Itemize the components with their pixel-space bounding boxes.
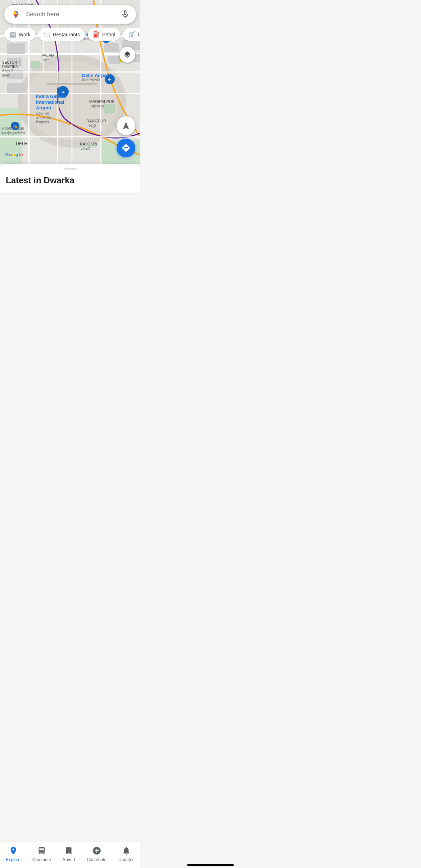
svg-text:✈: ✈ [61, 90, 65, 95]
my-location-button[interactable] [117, 116, 135, 135]
chip-work-label: Work [19, 32, 30, 37]
directions-icon [121, 143, 131, 153]
svg-rect-29 [47, 83, 97, 85]
search-input[interactable]: Search here [26, 11, 117, 18]
google-maps-logo-icon [10, 9, 22, 20]
svg-rect-19 [108, 56, 121, 64]
chip-groceries[interactable]: 🛒 Groceries [123, 28, 140, 41]
petrol-icon: ⛽ [93, 31, 100, 38]
latest-heading: Latest in Dwarka [0, 175, 140, 193]
svg-point-1 [15, 12, 17, 14]
layers-button[interactable] [119, 47, 135, 63]
svg-text:🎭: 🎭 [13, 124, 18, 129]
restaurants-icon: 🍽️ [43, 31, 50, 38]
layers-icon [123, 51, 131, 59]
chip-petrol[interactable]: ⛽ Petrol [88, 28, 121, 41]
svg-rect-16 [7, 83, 25, 94]
bottom-sheet-handle[interactable] [64, 168, 77, 170]
svg-rect-14 [7, 58, 22, 67]
svg-text:✈: ✈ [108, 77, 112, 82]
work-icon: 🏢 [9, 31, 17, 38]
chips-row: 🏢 Work 🍽️ Restaurants ⛽ Petrol 🛒 Groceri… [0, 28, 140, 41]
chip-restaurants-label: Restaurants [53, 32, 80, 37]
svg-rect-17 [104, 43, 119, 52]
directions-button[interactable] [117, 139, 135, 157]
navigation-icon [121, 121, 131, 130]
map-view[interactable]: 🛒 ✈ ✈ 🎭 48 JANAKPURI Gopinath Bazar गोपी… [0, 0, 140, 164]
chip-groceries-label: Groceries [137, 32, 140, 37]
search-bar[interactable]: Search here [4, 5, 136, 24]
chip-petrol-label: Petrol [102, 32, 116, 37]
chip-restaurants[interactable]: 🍽️ Restaurants [38, 28, 85, 41]
groceries-icon: 🛒 [128, 31, 135, 38]
svg-rect-22 [104, 104, 115, 113]
svg-rect-13 [7, 43, 25, 54]
mic-icon[interactable] [120, 9, 130, 19]
svg-rect-21 [31, 61, 40, 68]
google-logo: G o o g l e [5, 152, 23, 157]
chip-work[interactable]: 🏢 Work [4, 28, 35, 41]
map-background: 🛒 ✈ ✈ 🎭 48 [0, 0, 140, 164]
bottom-sheet: Latest in Dwarka [0, 164, 140, 193]
